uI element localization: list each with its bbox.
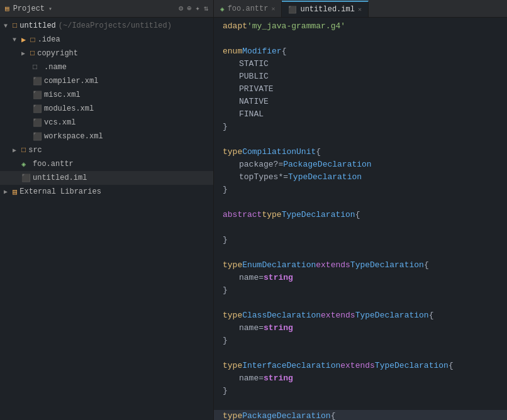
folder-icon: ▶ □	[21, 35, 35, 45]
code-line-30: }	[214, 385, 507, 397]
vcs-label: vcs.xml	[44, 118, 75, 127]
tree-item-vcs[interactable]: ⬛ vcs.xml	[0, 116, 213, 130]
tab-untitled-label: untitled.iml	[300, 5, 354, 14]
root-arrow: ▼	[4, 23, 13, 30]
tree-item-workspace[interactable]: ⬛ workspace.xml	[0, 130, 213, 143]
ext-label: External Libraries	[20, 187, 101, 196]
antlr-file-icon: ◈	[21, 160, 30, 169]
code-line-32: type PackageDeclaration {	[214, 410, 507, 420]
project-dropdown-icon[interactable]: ▾	[48, 5, 52, 13]
tree-root[interactable]: ▼ □ untitled (~/IdeaProjects/untitled)	[0, 19, 213, 33]
idea-arrow: ▼	[13, 36, 21, 43]
root-path: (~/IdeaProjects/untitled)	[58, 21, 172, 30]
code-line-19	[214, 246, 507, 259]
gear-icon[interactable]: ⚙	[179, 4, 183, 13]
main-content: ▼ □ untitled (~/IdeaProjects/untitled) ▼…	[0, 18, 507, 420]
root-icon: □	[13, 21, 17, 30]
copyright-arrow: ▶	[21, 50, 30, 57]
tree-item-copyright[interactable]: ▶ □ copyright	[0, 47, 213, 60]
tab-foo[interactable]: ◈ foo.anttr ✕	[214, 1, 282, 17]
code-line-22: }	[214, 284, 507, 297]
tree-item-misc[interactable]: ⬛ misc.xml	[0, 88, 213, 102]
untitled-iml-label: untitled.iml	[33, 174, 87, 182]
src-label: src	[28, 146, 42, 155]
tree-item-idea[interactable]: ▼ ▶ □ .idea	[0, 33, 213, 47]
code-line-11: type CompilationUnit {	[214, 146, 507, 158]
src-folder-icon: □	[21, 146, 26, 155]
code-line-1: adapt 'my_java-grammar.g4'	[214, 20, 507, 33]
code-line-8: FINAL	[214, 108, 507, 121]
foo-anttr-label: foo.anttr	[33, 160, 74, 169]
code-line-6: PRIVATE	[214, 83, 507, 96]
code-line-5: PUBLIC	[214, 70, 507, 83]
code-line-29: name = string	[214, 372, 507, 385]
code-line-21: name = string	[214, 272, 507, 284]
code-line-15	[214, 196, 507, 209]
tree-item-untitled-iml[interactable]: ⬛ untitled.iml	[0, 171, 213, 185]
code-line-7: NATIVE	[214, 96, 507, 108]
code-line-18: }	[214, 234, 507, 246]
tab-untitled[interactable]: ⬛ untitled.iml ✕	[282, 1, 368, 17]
code-line-26: }	[214, 334, 507, 347]
sidebar-topbar: ▤ Project ▾ ⚙ ⊕ ✦ ⇅	[0, 0, 214, 17]
pin-icon[interactable]: ⊕	[187, 4, 191, 13]
ext-arrow: ▶	[4, 188, 13, 196]
name-label: .name	[44, 63, 67, 72]
idea-label: .idea	[38, 35, 60, 44]
tree-item-compiler[interactable]: ⬛ compiler.xml	[0, 74, 213, 88]
code-line-17	[214, 221, 507, 234]
file-icon-name: □	[33, 63, 42, 72]
xml-icon-compiler: ⬛	[33, 77, 42, 86]
cog-icon[interactable]: ✦	[196, 4, 200, 13]
ext-icon: ▤	[13, 187, 17, 197]
project-label[interactable]: Project	[13, 4, 45, 13]
code-line-28: type InterfaceDeclaration extends TypeDe…	[214, 360, 507, 372]
code-line-13: topTypes *= TypeDeclaration	[214, 171, 507, 184]
copyright-label: copyright	[37, 49, 78, 58]
src-arrow: ▶	[13, 146, 21, 154]
xml-icon-modules: ⬛	[33, 104, 42, 114]
code-line-20: type EnumDeclaration extends TypeDeclara…	[214, 259, 507, 272]
modules-label: modules.xml	[44, 104, 94, 113]
root-label: untitled	[20, 21, 56, 30]
editor[interactable]: adapt 'my_java-grammar.g4' enum Modifier…	[214, 18, 507, 420]
tab-foo-label: foo.anttr	[228, 4, 269, 13]
code-line-12: package ?= PackageDeclaration	[214, 158, 507, 171]
tree-item-src[interactable]: ▶ □ src	[0, 143, 213, 157]
tree-item-name[interactable]: □ .name	[0, 60, 213, 74]
project-icon: ▤	[5, 4, 9, 13]
code-line-10	[214, 133, 507, 146]
tab-foo-close[interactable]: ✕	[271, 5, 275, 13]
iml-file-icon: ⬛	[21, 174, 30, 183]
tree-item-foo-anttr[interactable]: ◈ foo.anttr	[0, 157, 213, 171]
code-line-25: name = string	[214, 322, 507, 334]
code-line-24: type ClassDeclaration extends TypeDeclar…	[214, 309, 507, 322]
compiler-label: compiler.xml	[44, 77, 98, 86]
code-line-9: }	[214, 121, 507, 133]
xml-icon-workspace: ⬛	[33, 132, 42, 141]
tab-untitled-close[interactable]: ✕	[358, 6, 362, 13]
tree-item-modules[interactable]: ⬛ modules.xml	[0, 102, 213, 116]
copyright-folder-icon: □	[30, 49, 35, 58]
code-line-27	[214, 347, 507, 360]
sidebar: ▼ □ untitled (~/IdeaProjects/untitled) ▼…	[0, 18, 214, 420]
xml-icon-misc: ⬛	[33, 91, 42, 100]
code-line-23	[214, 297, 507, 309]
iml-icon: ⬛	[288, 6, 297, 14]
tabs-bar: ◈ foo.anttr ✕ ⬛ untitled.iml ✕	[214, 0, 507, 17]
tree-item-ext-libs[interactable]: ▶ ▤ External Libraries	[0, 185, 213, 199]
sort-icon[interactable]: ⇅	[204, 4, 208, 13]
code-line-3: enum Modifier {	[214, 45, 507, 58]
app-container: ▤ Project ▾ ⚙ ⊕ ✦ ⇅ ◈ foo.anttr ✕ ⬛ unti…	[0, 0, 507, 420]
xml-icon-vcs: ⬛	[33, 118, 42, 128]
code-line-4: STATIC	[214, 58, 507, 70]
code-line-14: }	[214, 184, 507, 196]
code-line-2	[214, 33, 507, 45]
misc-label: misc.xml	[44, 91, 81, 99]
workspace-label: workspace.xml	[44, 132, 103, 141]
antlr-icon: ◈	[220, 5, 225, 13]
code-line-31	[214, 397, 507, 410]
code-line-16: abstract type TypeDeclaration {	[214, 209, 507, 221]
